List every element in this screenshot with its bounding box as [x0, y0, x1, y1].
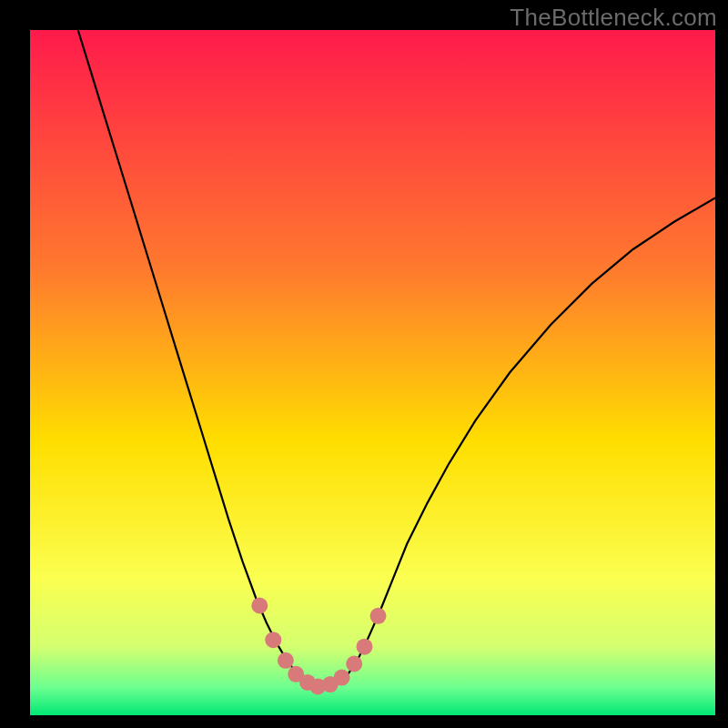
- marker-dot: [346, 656, 362, 672]
- marker-dot: [370, 608, 387, 624]
- chart-frame: TheBottleneck.com: [0, 0, 728, 728]
- watermark-text: TheBottleneck.com: [510, 4, 717, 32]
- bottleneck-chart: [30, 30, 715, 715]
- marker-dot: [278, 652, 294, 669]
- marker-dot: [357, 639, 373, 655]
- marker-dot: [251, 598, 268, 614]
- marker-dot: [334, 670, 350, 686]
- marker-dot: [265, 632, 281, 648]
